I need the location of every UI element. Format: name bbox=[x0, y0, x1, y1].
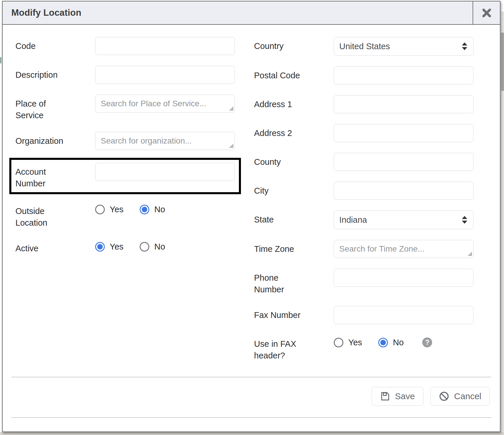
description-label: Description bbox=[15, 66, 72, 81]
radio-circle-icon bbox=[95, 205, 105, 214]
active-no-radio[interactable]: No bbox=[140, 242, 165, 252]
outside-location-row: Outside Location Yes No bbox=[15, 202, 235, 229]
cancel-button[interactable]: Cancel bbox=[430, 387, 490, 406]
address1-input[interactable] bbox=[334, 95, 473, 113]
phone-number-label: Phone Number bbox=[254, 269, 310, 295]
modal-title: Modify Location bbox=[3, 1, 473, 24]
state-select[interactable]: Indiana bbox=[334, 211, 473, 229]
city-label: City bbox=[254, 182, 310, 197]
organization-search-input[interactable] bbox=[95, 132, 235, 150]
up-down-arrows-icon bbox=[461, 215, 468, 224]
time-zone-label: Time Zone bbox=[254, 240, 310, 255]
description-row: Description bbox=[15, 66, 235, 84]
outside-location-radio-group: Yes No bbox=[95, 202, 181, 214]
county-input[interactable] bbox=[334, 153, 473, 171]
radio-option-label: No bbox=[154, 205, 165, 214]
time-zone-row: Time Zone bbox=[254, 240, 473, 258]
county-row: County bbox=[254, 153, 473, 171]
save-button[interactable]: Save bbox=[372, 387, 423, 406]
save-button-label: Save bbox=[395, 391, 415, 401]
radio-option-label: No bbox=[393, 338, 404, 347]
close-button[interactable] bbox=[473, 1, 500, 24]
help-question-icon[interactable]: ? bbox=[422, 337, 432, 347]
fax-number-row: Fax Number bbox=[254, 306, 473, 324]
background-page-fragment bbox=[0, 57, 1, 63]
radio-circle-icon bbox=[140, 205, 149, 214]
phone-number-row: Phone Number bbox=[254, 269, 473, 295]
country-select-value: United States bbox=[339, 42, 390, 51]
outside-location-yes-radio[interactable]: Yes bbox=[95, 205, 123, 214]
modify-location-modal: Modify Location Code Description bbox=[2, 1, 501, 432]
postal-code-input[interactable] bbox=[334, 66, 473, 84]
footer-bottom-space bbox=[11, 418, 491, 432]
country-select[interactable]: United States bbox=[334, 37, 473, 56]
fax-header-label: Use in FAX header? bbox=[254, 335, 310, 361]
country-label: Country bbox=[254, 37, 310, 52]
county-label: County bbox=[254, 153, 310, 168]
address2-label: Address 2 bbox=[254, 124, 310, 139]
postal-code-label: Postal Code bbox=[254, 66, 310, 81]
description-input[interactable] bbox=[95, 66, 235, 84]
radio-option-label: No bbox=[154, 242, 165, 252]
fax-header-no-radio[interactable]: No bbox=[378, 338, 404, 347]
address2-row: Address 2 bbox=[254, 124, 473, 142]
radio-circle-icon bbox=[378, 338, 388, 347]
active-row: Active Yes No bbox=[15, 239, 235, 254]
active-yes-radio[interactable]: Yes bbox=[95, 242, 123, 252]
outside-location-label: Outside Location bbox=[15, 202, 72, 229]
radio-circle-icon bbox=[95, 242, 105, 252]
address2-input[interactable] bbox=[334, 124, 473, 142]
place-of-service-label: Place of Service bbox=[15, 95, 72, 121]
account-number-input[interactable] bbox=[95, 163, 235, 181]
city-input[interactable] bbox=[334, 182, 473, 200]
radio-circle-icon bbox=[140, 242, 149, 252]
page-background: Modify Location Code Description bbox=[0, 0, 504, 435]
place-of-service-row: Place of Service bbox=[15, 95, 235, 121]
address1-label: Address 1 bbox=[254, 95, 310, 110]
radio-option-label: Yes bbox=[110, 205, 123, 214]
page-scrollbar[interactable] bbox=[501, 12, 504, 435]
postal-code-row: Postal Code bbox=[254, 66, 473, 84]
code-row: Code bbox=[15, 37, 235, 55]
page-scrollbar-thumb[interactable] bbox=[501, 33, 504, 91]
radio-option-label: Yes bbox=[348, 338, 362, 347]
state-label: State bbox=[254, 211, 310, 225]
account-number-label: Account Number bbox=[15, 163, 72, 189]
fax-number-input[interactable] bbox=[334, 306, 473, 324]
modal-footer: Save Cancel bbox=[3, 377, 500, 432]
slash-circle-icon bbox=[439, 391, 449, 402]
up-down-arrows-icon bbox=[461, 42, 468, 51]
modal-body: Code Description Place of Service Organi… bbox=[3, 25, 500, 377]
close-x-icon bbox=[481, 8, 492, 18]
country-row: Country United States bbox=[254, 37, 473, 56]
form-left-column: Code Description Place of Service Organi… bbox=[15, 37, 235, 377]
account-number-annotation-box: Account Number bbox=[9, 158, 241, 194]
cancel-button-label: Cancel bbox=[454, 391, 481, 401]
footer-buttons: Save Cancel bbox=[11, 377, 491, 417]
radio-circle-icon bbox=[334, 338, 343, 347]
address1-row: Address 1 bbox=[254, 95, 473, 113]
account-number-row: Account Number bbox=[15, 163, 239, 189]
city-row: City bbox=[254, 182, 473, 200]
fax-header-row: Use in FAX header? Yes No ? bbox=[254, 335, 473, 361]
modal-header: Modify Location bbox=[3, 1, 500, 25]
form-right-column: Country United States Postal Code bbox=[254, 37, 473, 377]
organization-label: Organization bbox=[15, 132, 72, 147]
state-select-value: Indiana bbox=[339, 215, 367, 225]
floppy-disk-icon bbox=[380, 391, 390, 401]
radio-option-label: Yes bbox=[110, 242, 123, 252]
background-page-strip bbox=[0, 432, 504, 435]
active-label: Active bbox=[15, 239, 72, 254]
fax-header-radio-group: Yes No ? bbox=[334, 335, 432, 347]
fax-header-yes-radio[interactable]: Yes bbox=[334, 338, 362, 347]
fax-number-label: Fax Number bbox=[254, 306, 310, 321]
organization-row: Organization bbox=[15, 132, 235, 150]
phone-number-input[interactable] bbox=[334, 269, 473, 287]
time-zone-search-input[interactable] bbox=[334, 240, 473, 258]
outside-location-no-radio[interactable]: No bbox=[140, 205, 165, 214]
code-label: Code bbox=[15, 37, 72, 52]
state-row: State Indiana bbox=[254, 211, 473, 229]
place-of-service-search-input[interactable] bbox=[95, 95, 235, 113]
code-input[interactable] bbox=[95, 37, 235, 55]
active-radio-group: Yes No bbox=[95, 239, 181, 252]
